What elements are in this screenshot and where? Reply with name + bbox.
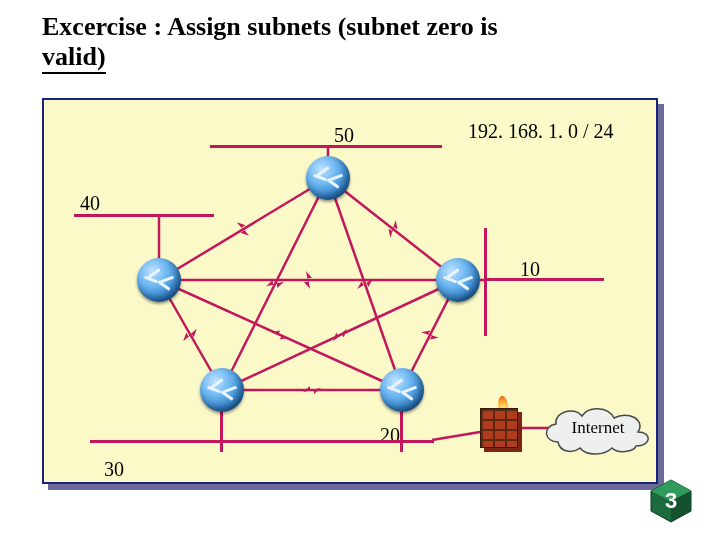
svg-marker-23 xyxy=(420,327,440,343)
svg-marker-22 xyxy=(330,327,350,343)
title-line-2: valid) xyxy=(42,42,106,74)
router-icon xyxy=(380,368,424,412)
cloud-label: Internet xyxy=(572,418,625,438)
router-icon xyxy=(137,258,181,302)
svg-marker-20 xyxy=(180,327,200,343)
slide-number-badge: 3 xyxy=(648,478,694,524)
title-line-1: Excercise : Assign subnets (subnet zero … xyxy=(42,12,498,41)
slide-title: Excercise : Assign subnets (subnet zero … xyxy=(42,12,498,74)
serial-link-bolt-icon xyxy=(235,219,251,239)
firewall-icon xyxy=(476,402,524,452)
svg-marker-15 xyxy=(235,219,251,239)
router-icon xyxy=(200,368,244,412)
svg-line-14 xyxy=(432,432,480,440)
router-icon xyxy=(436,258,480,302)
diagram-canvas: 50 192. 168. 1. 0 / 24 40 10 20 30 xyxy=(42,98,658,484)
svg-marker-24 xyxy=(303,386,321,394)
slide-number: 3 xyxy=(665,488,677,514)
cloud-icon: Internet xyxy=(538,400,658,456)
router-icon xyxy=(306,156,350,200)
svg-marker-16 xyxy=(385,219,401,239)
svg-marker-21 xyxy=(270,327,290,343)
